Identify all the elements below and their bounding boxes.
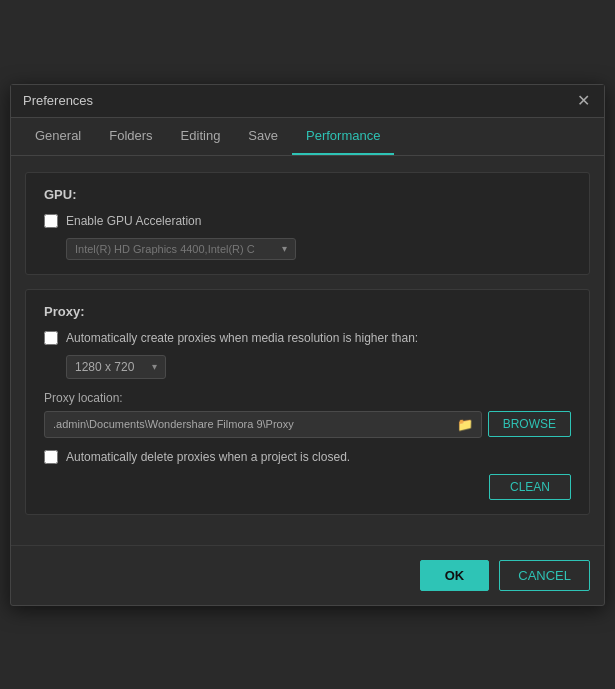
clean-row: CLEAN xyxy=(44,474,571,500)
cancel-button[interactable]: CANCEL xyxy=(499,560,590,591)
content-area: GPU: Enable GPU Acceleration Intel(R) HD… xyxy=(11,156,604,545)
browse-button[interactable]: BROWSE xyxy=(488,411,571,437)
auto-create-row: Automatically create proxies when media … xyxy=(44,331,571,345)
gpu-enable-label: Enable GPU Acceleration xyxy=(66,214,201,228)
title-bar: Preferences ✕ xyxy=(11,85,604,118)
dialog-footer: OK CANCEL xyxy=(11,545,604,605)
auto-delete-row: Automatically delete proxies when a proj… xyxy=(44,450,571,464)
proxy-location-row: .admin\Documents\Wondershare Filmora 9\P… xyxy=(44,411,571,438)
tab-performance[interactable]: Performance xyxy=(292,118,394,155)
auto-create-checkbox[interactable] xyxy=(44,331,58,345)
gpu-enable-checkbox[interactable] xyxy=(44,214,58,228)
auto-delete-label: Automatically delete proxies when a proj… xyxy=(66,450,350,464)
resolution-value: 1280 x 720 xyxy=(75,360,148,374)
ok-button[interactable]: OK xyxy=(420,560,490,591)
tab-folders[interactable]: Folders xyxy=(95,118,166,155)
folder-icon[interactable]: 📁 xyxy=(457,417,473,432)
proxy-path-field[interactable]: .admin\Documents\Wondershare Filmora 9\P… xyxy=(44,411,482,438)
close-button[interactable]: ✕ xyxy=(575,93,592,109)
gpu-dropdown-value: Intel(R) HD Graphics 4400,Intel(R) C xyxy=(75,243,278,255)
preferences-dialog: Preferences ✕ General Folders Editing Sa… xyxy=(10,84,605,606)
proxy-section: Proxy: Automatically create proxies when… xyxy=(25,289,590,515)
gpu-section: GPU: Enable GPU Acceleration Intel(R) HD… xyxy=(25,172,590,275)
dialog-title: Preferences xyxy=(23,93,93,108)
tab-save[interactable]: Save xyxy=(234,118,292,155)
proxy-location-label: Proxy location: xyxy=(44,391,571,405)
gpu-enable-row: Enable GPU Acceleration xyxy=(44,214,571,228)
tab-bar: General Folders Editing Save Performance xyxy=(11,118,604,156)
auto-delete-checkbox[interactable] xyxy=(44,450,58,464)
tab-editing[interactable]: Editing xyxy=(167,118,235,155)
gpu-dropdown-arrow: ▾ xyxy=(282,243,287,254)
resolution-arrow: ▾ xyxy=(152,361,157,372)
auto-create-label: Automatically create proxies when media … xyxy=(66,331,418,345)
proxy-path-text: .admin\Documents\Wondershare Filmora 9\P… xyxy=(53,418,451,430)
clean-button[interactable]: CLEAN xyxy=(489,474,571,500)
proxy-section-title: Proxy: xyxy=(44,304,571,319)
resolution-dropdown[interactable]: 1280 x 720 ▾ xyxy=(66,355,166,379)
gpu-section-title: GPU: xyxy=(44,187,571,202)
gpu-dropdown[interactable]: Intel(R) HD Graphics 4400,Intel(R) C ▾ xyxy=(66,238,296,260)
tab-general[interactable]: General xyxy=(21,118,95,155)
